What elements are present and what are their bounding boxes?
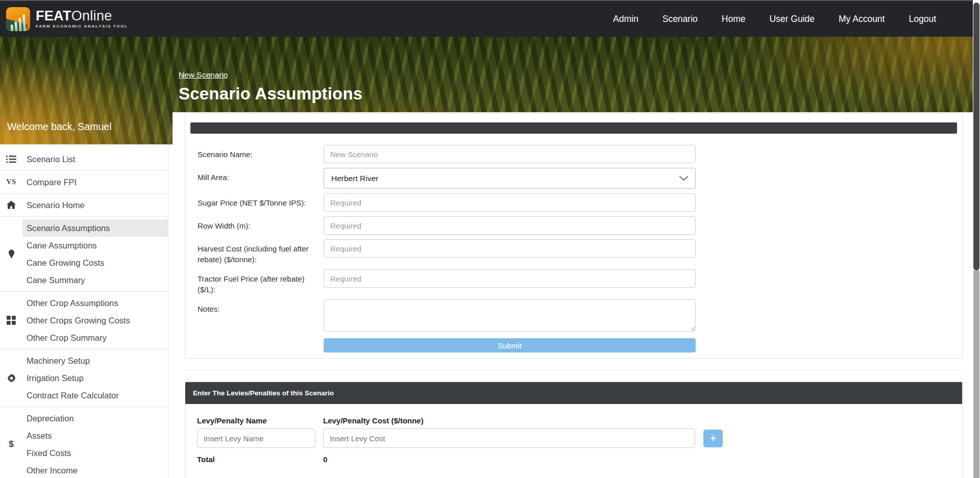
hero-content: New Scenario Scenario Assumptions	[179, 70, 362, 104]
brand-name-light: Online	[71, 8, 112, 23]
row-width-label: Row Width (m):	[198, 216, 324, 231]
row-width-input[interactable]	[324, 216, 696, 235]
sidebar-group-other-crops: Other Crop Assumptions Other Crops Growi…	[0, 294, 168, 346]
sidebar-item-other-income[interactable]: Other Income	[22, 462, 168, 478]
sidebar-divider	[0, 407, 168, 407]
tractor-fuel-price-input[interactable]	[324, 269, 696, 288]
sidebar-divider	[0, 170, 168, 171]
sidebar-divider	[0, 216, 168, 217]
nav-item-admin[interactable]: Admin	[613, 14, 639, 24]
levy-cost-input[interactable]	[323, 429, 695, 448]
levy-cost-column-header: Levy/Penalty Cost ($/tonne)	[323, 416, 424, 425]
sugar-price-input[interactable]	[324, 193, 696, 212]
scenario-name-input[interactable]	[324, 145, 696, 163]
brand-name-bold: FEAT	[36, 8, 71, 23]
add-levy-button[interactable]: +	[703, 430, 723, 447]
sidebar: Scenario List VS Compare FPI Scenario Ho…	[0, 144, 168, 478]
sidebar-item-assets[interactable]: Assets	[22, 427, 168, 444]
scenario-form: Scenario Name: Mill Area: Herbert River …	[198, 145, 957, 353]
levies-total-value: 0	[323, 455, 327, 464]
nav-item-scenario[interactable]: Scenario	[663, 14, 698, 24]
dollar-icon: $	[0, 439, 22, 449]
notes-label: Notes:	[198, 299, 324, 314]
map-pin-icon	[0, 249, 22, 259]
sidebar-item-depreciation[interactable]: Depreciation	[22, 410, 168, 427]
mill-area-selected-value: Herbert River	[331, 174, 378, 183]
plus-icon: +	[710, 433, 716, 444]
section-divider	[185, 370, 963, 371]
brand-subtitle: FARM ECONOMIC ANALYSIS TOOL	[36, 24, 128, 29]
list-icon	[0, 154, 22, 164]
brand-text: FEATOnline FARM ECONOMIC ANALYSIS TOOL	[36, 9, 128, 29]
sidebar-item-scenario-assumptions[interactable]: Scenario Assumptions	[22, 219, 168, 237]
form-row: Notes:	[198, 299, 957, 332]
sidebar-item-other-crop-summary[interactable]: Other Crop Summary	[22, 329, 168, 346]
page-scrollbar	[973, 0, 980, 478]
sidebar-item-cane-assumptions[interactable]: Cane Assumptions	[22, 237, 168, 254]
gear-icon	[0, 373, 22, 383]
sidebar-divider	[0, 193, 168, 194]
form-row: Sugar Price (NET $/Tonne IPS):	[198, 193, 957, 212]
harvest-cost-label: Harvest Cost (including fuel after rebat…	[198, 239, 324, 265]
nav-item-my-account[interactable]: My Account	[839, 14, 885, 24]
levies-body: Levy/Penalty Name Levy/Penalty Cost ($/t…	[185, 404, 962, 464]
sidebar-item-label: Compare FPI	[22, 178, 77, 187]
levy-name-column-header: Levy/Penalty Name	[197, 416, 323, 425]
sidebar-item-label: Scenario List	[22, 155, 75, 164]
mill-area-label: Mill Area:	[198, 168, 324, 183]
page-title: Scenario Assumptions	[179, 84, 362, 104]
sidebar-divider	[0, 291, 168, 292]
sidebar-item-scenario-home[interactable]: Scenario Home	[0, 196, 168, 214]
grid-icon	[0, 316, 22, 325]
breadcrumb-new-scenario[interactable]: New Scenario	[179, 70, 228, 79]
sidebar-item-cane-growing-costs[interactable]: Cane Growing Costs	[22, 254, 168, 271]
form-row: Scenario Name:	[198, 145, 957, 163]
sugar-price-label: Sugar Price (NET $/Tonne IPS):	[198, 193, 324, 208]
tractor-fuel-price-label: Tractor Fuel Price (after rebate) ($/L):	[198, 269, 324, 295]
nav-menu: Admin Scenario Home User Guide My Accoun…	[613, 14, 936, 24]
scenario-name-label: Scenario Name:	[198, 145, 324, 160]
form-row: Tractor Fuel Price (after rebate) ($/L):	[198, 269, 957, 295]
vs-icon: VS	[0, 178, 22, 186]
scrollbar-track[interactable]	[973, 270, 979, 478]
nav-item-logout[interactable]: Logout	[909, 14, 936, 24]
sidebar-item-machinery-setup[interactable]: Machinery Setup	[22, 352, 168, 369]
sidebar-divider	[0, 349, 168, 349]
brand[interactable]: FEATOnline FARM ECONOMIC ANALYSIS TOOL	[6, 7, 128, 31]
form-row: Mill Area: Herbert River	[198, 168, 957, 189]
sidebar-item-other-crop-assumptions[interactable]: Other Crop Assumptions	[22, 294, 168, 312]
sidebar-item-other-crops-growing-costs[interactable]: Other Crops Growing Costs	[22, 312, 168, 329]
nav-item-home[interactable]: Home	[722, 14, 746, 24]
levies-card: Enter The Levies/Penalties of this Scena…	[185, 382, 963, 478]
card-header-bar	[190, 122, 957, 134]
levy-name-input[interactable]	[197, 429, 315, 448]
form-row: Row Width (m):	[198, 216, 957, 235]
scenario-assumptions-card: Scenario Name: Mill Area: Herbert River …	[185, 113, 963, 359]
submit-button[interactable]: Submit	[324, 338, 696, 353]
feat-logo-icon	[6, 7, 30, 31]
mill-area-select[interactable]: Herbert River	[324, 168, 696, 189]
sidebar-item-irrigation-setup[interactable]: Irrigation Setup	[22, 369, 168, 387]
chevron-down-icon	[679, 174, 688, 183]
scrollbar-thumb[interactable]	[973, 3, 979, 270]
sidebar-item-scenario-list[interactable]: Scenario List	[0, 150, 168, 168]
form-row: Harvest Cost (including fuel after rebat…	[198, 239, 957, 265]
main-content: Scenario Name: Mill Area: Herbert River …	[173, 112, 973, 478]
sidebar-group-financials: $ Depreciation Assets Fixed Costs Other …	[0, 410, 168, 478]
notes-textarea[interactable]	[324, 299, 696, 332]
levies-total-label: Total	[197, 455, 323, 464]
welcome-message: Welcome back, Samuel	[7, 121, 111, 133]
sidebar-item-label: Scenario Home	[22, 200, 85, 210]
sidebar-group-setup: Machinery Setup Irrigation Setup Contrac…	[0, 352, 168, 404]
nav-item-user-guide[interactable]: User Guide	[769, 14, 815, 24]
sidebar-item-fixed-costs[interactable]: Fixed Costs	[22, 444, 168, 462]
page: FEATOnline FARM ECONOMIC ANALYSIS TOOL A…	[0, 0, 980, 478]
levies-section-header: Enter The Levies/Penalties of this Scena…	[185, 382, 962, 404]
sidebar-item-compare-fpi[interactable]: VS Compare FPI	[0, 173, 168, 191]
sidebar-item-contract-rate-calculator[interactable]: Contract Rate Calculator	[22, 387, 168, 404]
top-navbar: FEATOnline FARM ECONOMIC ANALYSIS TOOL A…	[0, 0, 980, 37]
harvest-cost-input[interactable]	[324, 239, 696, 258]
sidebar-item-cane-summary[interactable]: Cane Summary	[22, 271, 168, 289]
sidebar-group-cane: Scenario Assumptions Cane Assumptions Ca…	[0, 219, 168, 289]
home-icon	[0, 200, 22, 210]
